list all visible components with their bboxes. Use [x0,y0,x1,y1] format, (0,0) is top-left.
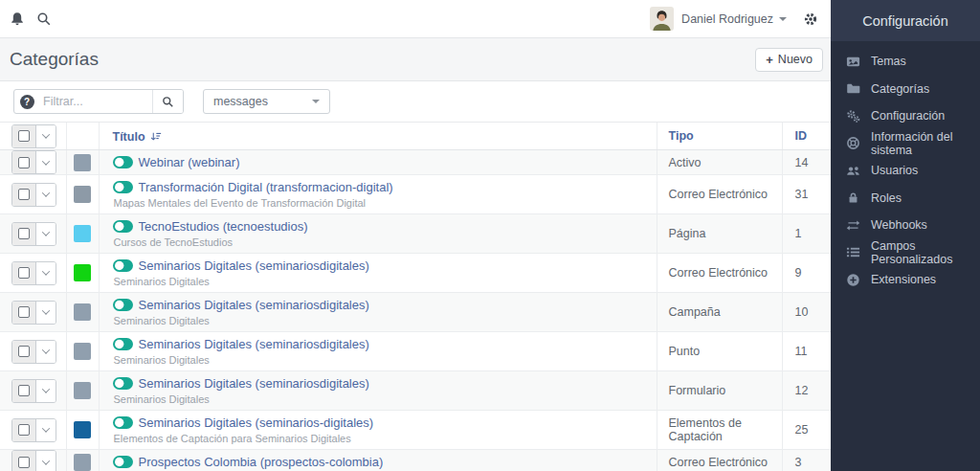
question-circle-icon[interactable]: ? [14,90,39,113]
row-actions-dropdown[interactable] [35,302,56,324]
row-checkbox[interactable] [12,380,35,402]
sidebar-item-categor-as[interactable]: Categorías [831,76,980,103]
cogs-icon [846,109,860,123]
avatar[interactable] [650,7,674,31]
category-id: 10 [782,293,831,332]
published-toggle-icon[interactable] [113,181,133,193]
category-title-link[interactable]: TecnoEstudios (tecnoestudios) [139,219,308,234]
sidebar-item-usuarios[interactable]: Usuarios [831,157,980,185]
category-id: 12 [782,371,831,411]
sidebar-item-campos-personalizados[interactable]: Campos Personalizados [831,239,980,267]
sidebar-item-label: Extensiones [871,273,936,286]
select-all-checkbox[interactable] [12,125,35,147]
category-title-link[interactable]: Transformación Digital (transformacion-d… [139,180,393,194]
sidebar-item-temas[interactable]: Temas [831,48,980,76]
published-toggle-icon[interactable] [113,338,133,350]
gear-icon[interactable] [800,9,821,30]
row-actions-dropdown[interactable] [35,451,56,471]
published-toggle-icon[interactable] [113,220,133,233]
sort-by-type[interactable]: Tipo [669,129,694,143]
category-color-swatch [74,343,91,360]
category-title-link[interactable]: Seminarios Digitales (seminariosdigitale… [139,376,369,391]
sidebar-item-label: Roles [871,191,902,205]
row-select-group [11,261,56,285]
category-type: Correo Electrónico [657,254,782,293]
filter-search-button[interactable] [152,90,183,113]
chevron-down-icon [42,228,50,236]
app-root: Daniel Rodriguez Categorías + Nuevo ? [0,0,980,471]
category-type: Activo [657,150,782,175]
sidebar-item-roles[interactable]: Roles [831,185,980,213]
search-icon[interactable] [36,11,52,27]
category-description: Cursos de TecnoEstudios [113,236,649,249]
table-row: Seminarios Digitales (seminariosdigitale… [0,293,831,332]
row-select-group [11,150,56,174]
row-checkbox[interactable] [12,184,35,206]
chevron-down-icon [42,346,50,353]
bell-icon[interactable] [10,11,25,27]
category-color-swatch [74,303,91,321]
source-select[interactable]: messages [203,89,330,114]
filter-input[interactable] [39,90,152,113]
user-menu[interactable]: Daniel Rodriguez [681,12,787,26]
new-button[interactable]: + Nuevo [755,48,823,72]
row-checkbox[interactable] [12,302,35,324]
published-toggle-icon[interactable] [113,456,133,468]
content-area: ? messages [0,81,831,471]
sidebar-item-webhooks[interactable]: Webhooks [831,212,980,239]
row-actions-dropdown[interactable] [35,341,56,363]
published-toggle-icon[interactable] [113,377,133,390]
category-title-link[interactable]: Webinar (webinar) [139,155,240,169]
row-actions-dropdown[interactable] [35,380,56,402]
row-actions-dropdown[interactable] [35,262,56,284]
table-row: Seminarios Digitales (seminariosdigitale… [0,332,831,371]
category-color-swatch [74,382,91,399]
category-description: Seminarios Digitales [113,315,649,327]
sidebar-item-label: Información del sistema [871,130,980,157]
sort-by-id[interactable]: ID [795,129,808,143]
row-checkbox[interactable] [12,451,35,471]
row-checkbox[interactable] [12,262,35,284]
category-color-swatch [74,225,91,242]
chevron-down-icon [42,189,50,196]
published-toggle-icon[interactable] [113,416,133,429]
main-panel: Daniel Rodriguez Categorías + Nuevo ? [0,0,831,471]
row-checkbox[interactable] [12,151,35,173]
row-actions-dropdown[interactable] [35,184,56,206]
row-checkbox[interactable] [12,419,35,441]
row-actions-dropdown[interactable] [35,419,56,441]
category-title-link[interactable]: Prospectos Colombia (prospectos-colombia… [139,455,384,469]
category-id: 1 [782,214,831,254]
category-title-link[interactable]: Seminarios Digitales (seminarios-digital… [139,415,374,430]
title-header-label: Título [113,130,145,144]
row-checkbox[interactable] [12,223,35,245]
published-toggle-icon[interactable] [113,156,133,168]
chevron-down-icon [42,457,50,464]
category-description: Seminarios Digitales [113,276,649,288]
caret-down-icon [312,100,320,103]
sidebar-item-informaci-n-del-sistema[interactable]: Información del sistema [831,130,980,158]
sort-by-title[interactable]: Título [113,130,162,144]
category-title-link[interactable]: Seminarios Digitales (seminariosdigitale… [139,337,369,351]
category-color-swatch [74,264,91,281]
sidebar-item-configuraci-n[interactable]: Configuración [831,102,980,130]
sidebar-item-extensiones[interactable]: Extensiones [831,266,980,294]
row-select-group [11,450,56,471]
published-toggle-icon[interactable] [113,299,133,311]
row-actions-dropdown[interactable] [35,151,56,173]
folder-icon [846,81,860,96]
category-description: Mapas Mentales del Evento de Transformac… [113,197,649,210]
users-icon [846,164,860,178]
bulk-actions-dropdown[interactable] [35,125,56,147]
new-button-label: Nuevo [778,53,813,66]
category-title-link[interactable]: Seminarios Digitales (seminariosdigitale… [139,298,369,312]
published-toggle-icon[interactable] [113,259,133,272]
row-select-group [11,379,56,403]
row-checkbox[interactable] [12,341,35,363]
category-title-link[interactable]: Seminarios Digitales (seminariosdigitale… [139,258,369,273]
select-all-group [11,124,56,148]
category-color-swatch [74,186,91,203]
row-actions-dropdown[interactable] [35,223,56,245]
page-header: Categorías + Nuevo [0,38,831,81]
chevron-down-icon [42,157,50,165]
